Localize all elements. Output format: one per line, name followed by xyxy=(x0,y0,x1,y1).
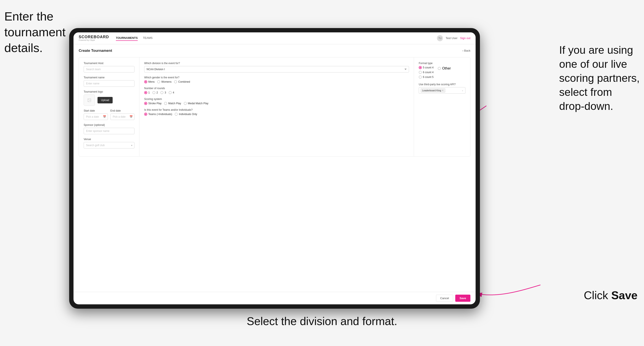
venue-input[interactable] xyxy=(84,142,134,149)
format-6count5-label: 6 count 5 xyxy=(423,76,434,79)
start-label: Start date xyxy=(84,109,108,112)
teams-group: Is this event for Teams and/or Individua… xyxy=(144,108,409,116)
teams-plus-label: Teams (+Individuals) xyxy=(148,113,172,116)
gender-combined[interactable]: Combined xyxy=(174,80,190,83)
logo-group: Tournament logo Upload xyxy=(84,90,134,106)
individuals-only[interactable]: Individuals Only xyxy=(175,113,197,116)
format-group: Format type 5 count 4 xyxy=(419,62,466,79)
scoring-match[interactable]: Match Play xyxy=(164,102,181,105)
live-scoring-tag: Leaderboard King × xyxy=(421,88,445,93)
gender-womens[interactable]: Womens xyxy=(157,80,172,83)
host-label: Tournament Host xyxy=(84,62,134,65)
navbar: SCOREBOARD Powered by Clippit TOURNAMENT… xyxy=(74,32,476,44)
format-6count5[interactable]: 6 count 5 xyxy=(419,76,434,79)
rounds-group: Number of rounds 1 2 xyxy=(144,87,409,94)
scoring-medal[interactable]: Medal Match Play xyxy=(184,102,208,105)
brand-tagline: Powered by Clippit xyxy=(79,39,109,41)
calendar-icon-end: 📅 xyxy=(130,115,133,118)
nav-right: TU Test User Sign out xyxy=(437,35,470,41)
format-other-label: Other xyxy=(442,66,451,70)
format-options: 5 count 4 6 count 4 6 count 5 xyxy=(419,66,466,79)
venue-chevron-icon: ▾ xyxy=(131,144,132,146)
scoring-match-dot xyxy=(164,102,167,105)
rounds-4-dot xyxy=(168,91,172,94)
live-scoring-expand-icon: ⌄ xyxy=(462,89,464,92)
division-label: Which division is the event for? xyxy=(144,62,409,65)
form-col-3: Format type 5 count 4 xyxy=(414,57,470,156)
gender-group: Which gender is the event for? Mens Wome… xyxy=(144,76,409,83)
nav-tournaments[interactable]: TOURNAMENTS xyxy=(116,35,138,41)
signout-link[interactable]: Sign out xyxy=(460,36,470,40)
upload-button[interactable]: Upload xyxy=(98,97,113,103)
brand-logo: SCOREBOARD Powered by Clippit xyxy=(79,35,109,41)
name-input[interactable] xyxy=(84,80,134,87)
nav-links: TOURNAMENTS TEAMS xyxy=(116,35,152,41)
scoring-label: Scoring system xyxy=(144,98,409,101)
sponsor-label: Sponsor (optional) xyxy=(84,124,134,127)
annotation-top-right: If you are using one of our live scoring… xyxy=(559,43,640,113)
end-date-wrap: 📅 xyxy=(110,114,135,120)
logo-placeholder xyxy=(84,95,95,106)
gender-radio-group: Mens Womens Combined xyxy=(144,80,409,83)
annotation-bottom-right: Click Save xyxy=(584,288,638,303)
gender-combined-dot xyxy=(174,80,177,83)
format-5count4-dot xyxy=(419,66,422,69)
gender-mens-dot xyxy=(144,80,147,83)
user-avatar: TU xyxy=(437,35,443,41)
form-footer: Cancel Save xyxy=(74,292,476,304)
scoring-group: Scoring system Stroke Play Match Play xyxy=(144,98,409,105)
date-group: Start date 📅 End date 📅 xyxy=(84,109,134,120)
format-6count5-dot xyxy=(419,76,422,79)
venue-label: Venue xyxy=(84,138,134,141)
rounds-radio-group: 1 2 3 4 xyxy=(144,91,409,94)
cancel-button[interactable]: Cancel xyxy=(436,295,453,302)
logo-label: Tournament logo xyxy=(84,90,134,93)
gender-womens-label: Womens xyxy=(161,80,172,83)
tablet-screen: SCOREBOARD Powered by Clippit TOURNAMENT… xyxy=(74,32,476,304)
sponsor-input[interactable] xyxy=(84,128,134,134)
form-col-1: Tournament Host Tournament name Tourname… xyxy=(79,57,140,156)
rounds-1-label: 1 xyxy=(148,91,150,94)
format-5count4[interactable]: 5 count 4 xyxy=(419,66,434,69)
rounds-3-label: 3 xyxy=(164,91,166,94)
teams-plus-individuals[interactable]: Teams (+Individuals) xyxy=(144,113,172,116)
calendar-icon-start: 📅 xyxy=(103,115,106,118)
live-scoring-label: Use third-party live scoring API? xyxy=(419,83,466,86)
rounds-3[interactable]: 3 xyxy=(160,91,166,94)
svg-point-5 xyxy=(88,99,89,100)
venue-group: Venue ▾ xyxy=(84,138,134,149)
rounds-2[interactable]: 2 xyxy=(152,91,158,94)
gender-combined-label: Combined xyxy=(178,80,190,83)
end-date-group: End date 📅 xyxy=(110,109,135,120)
format-5count4-label: 5 count 4 xyxy=(423,66,434,69)
individuals-only-dot xyxy=(175,113,178,116)
teams-label: Is this event for Teams and/or Individua… xyxy=(144,108,409,111)
rounds-2-dot xyxy=(152,91,156,94)
format-6count4-dot xyxy=(419,71,422,74)
save-button[interactable]: Save xyxy=(455,295,470,302)
rounds-1[interactable]: 1 xyxy=(144,91,150,94)
live-scoring-tag-remove[interactable]: × xyxy=(442,89,444,92)
format-6count4[interactable]: 6 count 4 xyxy=(419,71,434,74)
live-scoring-group: Use third-party live scoring API? Leader… xyxy=(419,83,466,94)
sponsor-group: Sponsor (optional) xyxy=(84,124,134,134)
scoring-stroke-label: Stroke Play xyxy=(148,102,162,105)
back-link[interactable]: ‹ Back xyxy=(462,49,470,52)
scoring-radio-group: Stroke Play Match Play Medal Match Play xyxy=(144,102,409,105)
name-label: Tournament name xyxy=(84,76,134,79)
form-grid: Tournament Host Tournament name Tourname… xyxy=(79,57,470,157)
division-select[interactable]: NCAA Division I xyxy=(144,66,409,73)
tablet-device: SCOREBOARD Powered by Clippit TOURNAMENT… xyxy=(69,28,480,309)
format-other-dot[interactable] xyxy=(438,67,441,70)
gender-mens-label: Mens xyxy=(148,80,154,83)
live-scoring-tag-input[interactable]: Leaderboard King × ⌄ xyxy=(419,87,466,94)
host-input[interactable] xyxy=(84,66,134,73)
teams-plus-dot xyxy=(144,113,147,116)
scoring-stroke[interactable]: Stroke Play xyxy=(144,102,162,105)
rounds-label: Number of rounds xyxy=(144,87,409,90)
gender-mens[interactable]: Mens xyxy=(144,80,154,83)
name-group: Tournament name xyxy=(84,76,134,87)
page-title: Create Tournament xyxy=(79,49,112,53)
nav-teams[interactable]: TEAMS xyxy=(143,35,152,41)
rounds-4[interactable]: 4 xyxy=(168,91,174,94)
